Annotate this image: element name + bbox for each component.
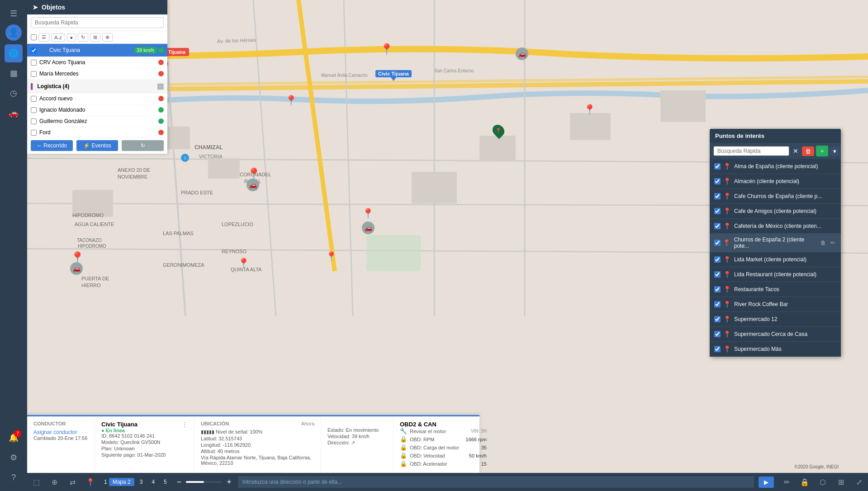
object-item-ignacio[interactable]: Ignacio Maldonado [27, 104, 167, 116]
object-item-accord[interactable]: Accord nuevo [27, 93, 167, 104]
ignacio-checkbox[interactable] [31, 107, 37, 113]
crv-checkbox[interactable] [31, 60, 37, 66]
pin-6[interactable]: i [181, 154, 189, 162]
chart-icon[interactable]: ▦ [5, 64, 23, 82]
poi-churros2-check[interactable] [714, 240, 721, 246]
poi-supernas-check[interactable] [714, 346, 721, 352]
poi-cafe-churros[interactable]: 📍 Cafe Churros de España (cliente p... [710, 189, 841, 204]
recorrido-button[interactable]: ↔ Recorrido [31, 140, 73, 151]
assign-conductor-link[interactable]: Asignar conductor [33, 429, 88, 435]
vehicle-4[interactable]: 🚗 [516, 47, 528, 60]
poi-super12-check[interactable] [714, 316, 721, 322]
map-tab-3[interactable]: 3 [136, 478, 147, 486]
bookmark-icon[interactable]: ⊕ [45, 473, 63, 491]
poi-cafeteria[interactable]: 📍 Cafetería de México (cliente poten... [710, 219, 841, 234]
dot-view-btn[interactable]: ● [67, 33, 76, 42]
poi-cafeamigos-check[interactable] [714, 208, 721, 214]
poi-cafe-amigos[interactable]: 📍 Cafe de Amigos (cliente potencial) [710, 204, 841, 219]
filter-btn[interactable]: ⊞ [90, 33, 100, 42]
poi-super12[interactable]: 📍 Supermercado 12 [710, 312, 841, 327]
pin-7[interactable]: 📍 [326, 251, 337, 262]
object-item-crv[interactable]: CRV Acero Tijuana [27, 57, 167, 68]
poi-lidarestaurant-check[interactable] [714, 271, 721, 278]
pin-5[interactable]: 📍 [362, 208, 374, 220]
ford-checkbox[interactable] [31, 130, 37, 136]
poi-alma[interactable]: 📍 Alma de España (cliente potencial) [710, 159, 841, 174]
add-btn[interactable]: ⊕ [102, 33, 113, 42]
poi-menu-btn[interactable]: ▾ [830, 146, 840, 156]
poi-lida-market[interactable]: 📍 Lida Market (cliente potencial) [710, 252, 841, 267]
poi-churros2[interactable]: 📍 Churros de España 2 (cliente pote... 🗑… [710, 234, 841, 252]
poi-super-mas[interactable]: 📍 Supermercado Más [710, 342, 841, 357]
poi-super-cerca[interactable]: 📍 Supermercado Cerca de Casa [710, 327, 841, 342]
civic-checkbox[interactable] [31, 47, 37, 53]
objects-search-input[interactable] [31, 17, 164, 28]
vehicle-3[interactable]: 🚗 [70, 262, 83, 275]
map-tab-4[interactable]: 4 [148, 478, 158, 486]
accord-checkbox[interactable] [31, 96, 37, 102]
pin-3[interactable]: 📍 [493, 124, 504, 137]
poi-churros2-edit[interactable]: ✏ [829, 239, 836, 246]
civic-marker[interactable]: Civic Tijuana [375, 70, 412, 81]
address-search-input[interactable] [238, 476, 754, 488]
object-item-ford[interactable]: Ford [27, 127, 167, 137]
poi-river-rock[interactable]: 📍 River Rock Coffee Bar [710, 297, 841, 312]
avatar-icon[interactable]: 👤 [5, 24, 22, 41]
poi-supercerca-check[interactable] [714, 331, 721, 337]
hexagon-icon[interactable]: ⬡ [814, 473, 832, 491]
maria-checkbox[interactable] [31, 71, 37, 77]
eventos-button[interactable]: ⚡ Eventos [76, 140, 119, 151]
poi-search-input[interactable] [713, 146, 789, 156]
vehicle-1[interactable]: 🚗 [247, 179, 259, 191]
poi-add-btn[interactable]: ＋ [816, 146, 828, 156]
poi-cafeteria-check[interactable] [714, 223, 721, 229]
poi-churros2-delete[interactable]: 🗑 [819, 239, 827, 246]
vehicle-2[interactable]: 🚗 [362, 222, 375, 234]
poi-restaurante-tacos[interactable]: 📍 Restaurante Tacos [710, 282, 841, 297]
poi-alma-check[interactable] [714, 163, 721, 170]
refresh-button[interactable]: ↻ [122, 140, 164, 151]
pin-1[interactable]: 📍 [380, 43, 394, 56]
menu-icon[interactable]: ☰ [5, 5, 23, 23]
lock-icon[interactable]: 🔒 [796, 473, 814, 491]
zoom-bar[interactable] [186, 481, 222, 483]
poi-lida-restaurant[interactable]: 📍 Lida Restaurant (cliente potencial) [710, 267, 841, 282]
poi-almacen[interactable]: 📍 Almacén (cliente potencial) [710, 174, 841, 189]
map-tab-5[interactable]: 5 [160, 478, 171, 486]
vehicle-menu[interactable]: ⋮ [182, 421, 188, 428]
stack-icon[interactable]: ⊞ [832, 473, 850, 491]
pin-10[interactable]: 📍 [583, 104, 596, 116]
pin-2[interactable]: 📍 [285, 95, 297, 107]
poi-clear-btn[interactable]: ✕ [791, 146, 800, 156]
group-logistica[interactable]: ▌ Logística (4) ▤ [27, 80, 167, 93]
object-item-guillermo[interactable]: Guillermo González [27, 116, 167, 127]
share-icon[interactable]: ⇄ [63, 473, 81, 491]
history-icon[interactable]: ◷ [5, 84, 23, 102]
poi-almacen-check[interactable] [714, 178, 721, 184]
poi-riverrock-check[interactable] [714, 301, 721, 307]
select-all-checkbox[interactable] [31, 34, 37, 40]
location-pin-icon[interactable]: 📍 [81, 473, 100, 491]
globe-icon[interactable]: 🌐 [5, 44, 23, 62]
car-icon[interactable]: 🚗 [5, 104, 23, 122]
draw-icon[interactable]: ✏ [778, 473, 796, 491]
pin-8[interactable]: 📍 [237, 258, 250, 269]
search-go-btn[interactable]: ▶ [759, 477, 774, 488]
object-item-civic[interactable]: i Civic Tijuana 39 km/h [27, 44, 167, 57]
map-tab-2[interactable]: Mapa 2 [109, 478, 134, 486]
sort-az-btn[interactable]: A-z [51, 33, 65, 42]
guillermo-checkbox[interactable] [31, 118, 37, 124]
fullscreen-icon[interactable]: ⤢ [850, 473, 868, 491]
help-icon[interactable]: ? [5, 468, 23, 486]
notifications-icon[interactable]: 🔔 7 [5, 429, 23, 447]
poi-cafechurros-check[interactable] [714, 193, 721, 199]
layers-icon[interactable]: ⬚ [27, 473, 45, 491]
zoom-in-btn[interactable]: + [225, 477, 233, 487]
poi-tacos-check[interactable] [714, 286, 721, 293]
zoom-out-btn[interactable]: − [175, 477, 184, 487]
poi-delete-btn[interactable]: 🗑 [802, 146, 814, 156]
list-view-btn[interactable]: ☰ [38, 33, 49, 42]
civic-info-icon[interactable]: i [39, 46, 47, 54]
poi-lidamarket-check[interactable] [714, 256, 721, 263]
object-item-maria[interactable]: María Mercedes [27, 68, 167, 80]
